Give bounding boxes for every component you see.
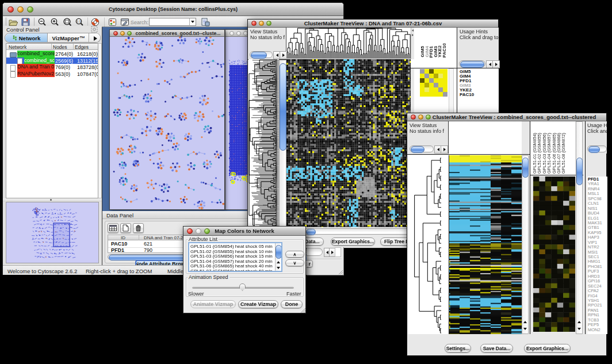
col-header-id[interactable]: ID: [121, 235, 125, 240]
zoom-heatmap-cell[interactable]: [434, 87, 438, 92]
zoom-heatmap-cell[interactable]: [424, 69, 429, 74]
heatmap-vscroll-thumb[interactable]: [522, 158, 529, 178]
zoom-heatmap-cell[interactable]: [443, 92, 447, 97]
partial-button[interactable]: r: [307, 260, 313, 267]
zoom-heatmap-cell[interactable]: [420, 74, 424, 78]
heatmap-hscroll-thumb[interactable]: [306, 229, 316, 235]
view-status-scroll-thumb[interactable]: [251, 52, 267, 59]
heatmap-vscrollbar[interactable]: [522, 155, 529, 334]
zoom-heatmap-cell[interactable]: [438, 78, 443, 83]
scroll-right-button[interactable]: [492, 60, 500, 68]
close-icon[interactable]: [7, 6, 14, 13]
network-name-cell[interactable]: DNA and Tran 07: [17, 64, 55, 71]
partial-scrollbar[interactable]: [307, 248, 323, 256]
zoom-heatmap-cell[interactable]: [443, 74, 447, 78]
export-graphics-button[interactable]: Export Graphics...: [331, 237, 375, 246]
network-name-cell[interactable]: combined_scores: [17, 51, 55, 58]
network-view-canvas[interactable]: [110, 37, 224, 209]
network-overview-panel[interactable]: [6, 202, 99, 263]
zoom-heatmap-cell[interactable]: [424, 78, 429, 83]
zoom-heatmap-cell[interactable]: [424, 92, 429, 97]
arrow-left-icon[interactable]: [412, 29, 414, 32]
resize-grip-icon[interactable]: [338, 270, 343, 275]
heatmap-vscroll-thumb[interactable]: [280, 63, 286, 151]
view-status-scrollbar[interactable]: [410, 145, 434, 152]
network-frame-title-bar[interactable]: combined_scores_good.txt--cluste...: [110, 30, 224, 37]
zoom-heatmap-cell[interactable]: [424, 83, 429, 87]
zoom-heatmap-cell[interactable]: [420, 69, 424, 74]
maximize-icon[interactable]: [204, 228, 210, 234]
vizmapper-icon[interactable]: [108, 18, 117, 26]
close-icon[interactable]: [187, 228, 193, 234]
network-name-cell[interactable]: combined_sco: [24, 58, 55, 64]
network-table-row[interactable]: DNA and Tran 07769(0)183728(0): [6, 64, 98, 71]
attribute-listbox[interactable]: GPL51-01 (GSM854) heat shock 05 minGPL51…: [188, 242, 282, 272]
float-panel-icon[interactable]: [91, 26, 98, 33]
close-icon[interactable]: [230, 31, 234, 36]
heatmap-vscrollbar[interactable]: [279, 60, 286, 236]
zoom-vscroll-thumb[interactable]: [576, 158, 583, 185]
network-table-row[interactable]: RNAPuberNov2+563(0)107847(0): [6, 71, 98, 78]
network-overview-canvas[interactable]: [6, 202, 98, 263]
create-vizmap-button[interactable]: Create Vizmap: [238, 300, 278, 308]
maximize-icon[interactable]: [127, 31, 132, 36]
zoom-heatmap-cell[interactable]: [438, 74, 443, 78]
scroll-down-button[interactable]: [276, 265, 281, 271]
zoom-heatmap-cell[interactable]: [443, 83, 447, 87]
move-attribute-down-button[interactable]: ∨: [285, 259, 304, 266]
export-graphics-button[interactable]: Export Graphics...: [524, 344, 571, 352]
maximize-icon[interactable]: [266, 21, 271, 26]
treeview2-title-bar[interactable]: ClusterMaker TreeView : combined_scores_…: [407, 113, 606, 121]
minimize-icon[interactable]: [418, 114, 423, 120]
minimize-icon[interactable]: [259, 21, 264, 26]
gene-tree-canvas[interactable]: [248, 59, 279, 245]
zoom-heatmap-cell[interactable]: [429, 74, 434, 78]
zoom-heatmap-cell[interactable]: [420, 83, 424, 87]
close-icon[interactable]: [411, 114, 416, 120]
array-tree-canvas[interactable]: [286, 28, 411, 59]
gene-label[interactable]: MON2: [588, 327, 600, 332]
scroll-up-button[interactable]: [276, 259, 281, 265]
attribute-list-scrollbar[interactable]: [275, 243, 281, 271]
zoom-heatmap-cell[interactable]: [420, 78, 424, 83]
zoom-heatmap-cell[interactable]: [438, 92, 443, 97]
usage-hints-scroll-thumb[interactable]: [588, 146, 600, 153]
zoom-heatmap-cell[interactable]: [434, 83, 438, 87]
dialog-title-bar[interactable]: Map Colors to Network: [183, 227, 305, 236]
scroll-right-button[interactable]: [441, 145, 448, 154]
zoom-heatmap[interactable]: [420, 69, 447, 97]
zoom-heatmap-cell[interactable]: [420, 87, 424, 92]
tab-network[interactable]: Network: [5, 33, 48, 43]
column-label[interactable]: PAC10: [442, 43, 447, 58]
zoom-vscrollbar[interactable]: [576, 121, 583, 334]
delete-attribute-button[interactable]: [133, 223, 144, 233]
animate-vizmap-button[interactable]: Animate Vizmap: [190, 300, 236, 308]
zoom-heatmap-cell[interactable]: [438, 87, 443, 92]
col-header-nodes[interactable]: Nodes: [53, 44, 67, 50]
usage-hints-scroll-thumb[interactable]: [460, 61, 484, 68]
arrow-right-icon[interactable]: [412, 34, 414, 36]
close-icon[interactable]: [113, 31, 118, 36]
attribute-select-button[interactable]: [108, 223, 118, 233]
attribute-list-item[interactable]: GPL51-02 (GSM855) heat shock 10 min: [190, 249, 271, 254]
global-heatmap-canvas[interactable]: [286, 59, 411, 227]
zoom-heatmap-cell[interactable]: [429, 87, 434, 92]
network-table-row[interactable]: combined_sco2569(6)13112(15): [6, 58, 98, 64]
resize-grip-icon[interactable]: [300, 308, 306, 313]
gene-tree-canvas[interactable]: [408, 155, 449, 334]
minimize-icon[interactable]: [196, 228, 201, 234]
col-header-edges[interactable]: Edges: [75, 44, 89, 50]
minimize-icon[interactable]: [120, 31, 125, 36]
maximize-icon[interactable]: [426, 114, 431, 120]
treeview1-title-bar[interactable]: ClusterMaker TreeView : DNA and Tran 07-…: [248, 20, 498, 28]
zoom-heatmap-cell[interactable]: [434, 78, 438, 83]
minimize-icon[interactable]: [17, 6, 24, 13]
zoom-heatmap-cell[interactable]: [429, 92, 434, 97]
tab-vizmapper[interactable]: VizMapper™: [48, 33, 89, 43]
view-status-scroll-thumb[interactable]: [411, 146, 424, 153]
import-network-icon[interactable]: [201, 17, 211, 27]
scroll-down-button[interactable]: [576, 325, 582, 332]
attribute-list-item[interactable]: GPL51-03 (GSM856) heat shock 15 min: [190, 254, 271, 259]
attribute-scroll-thumb[interactable]: [276, 245, 282, 259]
zoom-heatmap-cell[interactable]: [420, 92, 424, 97]
